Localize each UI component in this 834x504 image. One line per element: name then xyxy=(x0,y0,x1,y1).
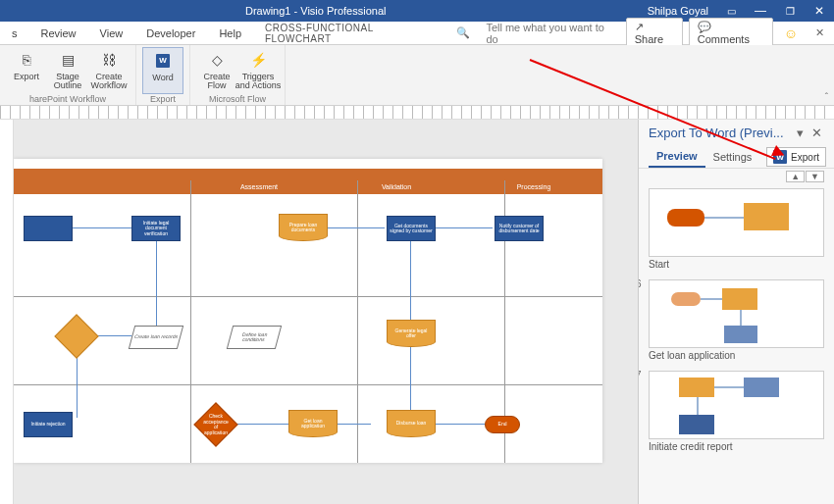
work-area: Assessment Validation Processing xyxy=(0,120,834,504)
process-shape[interactable]: Get documents signed by customer xyxy=(387,216,436,241)
export-to-word-pane: Export To Word (Previ... ▾ ✕ Preview Set… xyxy=(638,120,834,504)
document-shape[interactable]: Generate legal offer xyxy=(387,320,436,347)
lane-separator xyxy=(14,296,602,297)
preview-thumbnail: 6 xyxy=(649,279,824,348)
vertical-ruler xyxy=(0,120,14,504)
pane-close-icon[interactable]: ✕ xyxy=(808,126,826,140)
phase-header: Validation xyxy=(328,180,465,194)
process-shape[interactable] xyxy=(24,216,73,241)
preview-item[interactable]: Start xyxy=(649,188,824,274)
document-shape[interactable]: Get loan application xyxy=(288,410,338,437)
nav-down-icon[interactable]: ▼ xyxy=(806,171,824,182)
swimlane-title xyxy=(14,169,602,180)
group-label: Export xyxy=(142,94,183,105)
share-button[interactable]: ↗ Share xyxy=(626,18,683,48)
window-title: Drawing1 - Visio Professional xyxy=(245,5,386,17)
create-flow-button[interactable]: ◇Create Flow xyxy=(196,47,237,94)
process-shape[interactable]: Initiate rejection xyxy=(24,412,73,437)
preview-number: 6 xyxy=(639,278,642,289)
drawing-canvas[interactable]: Assessment Validation Processing xyxy=(14,120,638,504)
ribbon-tab-developer[interactable]: Developer xyxy=(134,22,207,45)
decision-shape[interactable]: Check acceptance of application xyxy=(193,402,237,446)
group-sharepoint-workflow: ⎘Export ▤Stage Outline ⛓Create Workflow … xyxy=(0,45,136,105)
export-button[interactable]: W Export xyxy=(766,147,826,167)
ribbon-tabs: s Review View Developer Help CROSS-FUNCT… xyxy=(0,22,834,45)
pane-title-text: Export To Word (Previ... xyxy=(649,126,793,140)
create-workflow-button[interactable]: ⛓Create Workflow xyxy=(88,47,130,94)
connector xyxy=(410,343,411,412)
export-button[interactable]: ⎘Export xyxy=(6,47,47,94)
phase-headers: Assessment Validation Processing xyxy=(14,180,602,194)
close-icon[interactable]: ✕ xyxy=(805,4,834,18)
preview-list[interactable]: Start 6 Get loan application 7 xyxy=(639,184,834,504)
document-shape[interactable]: Prepare loan documents xyxy=(279,214,328,241)
word-export-button[interactable]: WWord xyxy=(142,47,183,94)
preview-caption: Start xyxy=(649,257,824,274)
ribbon-tab-help[interactable]: Help xyxy=(207,22,253,45)
triggers-actions-button[interactable]: ⚡Triggers and Actions xyxy=(237,47,279,94)
horizontal-ruler xyxy=(0,106,834,120)
preview-nav: ▲▼ xyxy=(639,169,834,184)
document-shape[interactable]: Disburse loan xyxy=(387,410,436,437)
stage-outline-button[interactable]: ▤Stage Outline xyxy=(47,47,88,94)
preview-caption: Initiate credit report xyxy=(649,439,824,456)
comments-button[interactable]: 💬 Comments xyxy=(689,18,773,48)
ribbon-close-icon[interactable]: ✕ xyxy=(806,26,834,39)
feedback-icon[interactable]: ☺ xyxy=(776,25,806,41)
user-name[interactable]: Shilpa Goyal xyxy=(648,5,708,17)
lane-separator xyxy=(14,384,602,385)
tab-preview[interactable]: Preview xyxy=(649,146,705,168)
ribbon-context-tab[interactable]: CROSS-FUNCTIONAL FLOWCHART xyxy=(253,23,448,44)
restore-icon[interactable]: ❐ xyxy=(775,6,805,17)
phase-header: Processing xyxy=(465,180,602,194)
word-icon: W xyxy=(156,54,170,68)
nav-up-icon[interactable]: ▲ xyxy=(786,171,805,182)
connector xyxy=(326,227,385,228)
process-shape[interactable]: Initiate legal document verification xyxy=(131,216,181,241)
search-icon: 🔍 xyxy=(448,26,478,39)
ribbon-tab[interactable]: s xyxy=(0,22,29,45)
process-shape[interactable]: Notify customer of disbursement date xyxy=(495,216,544,241)
preview-thumbnail: 7 xyxy=(649,371,824,439)
pane-header: Export To Word (Previ... ▾ ✕ xyxy=(639,120,834,142)
connector xyxy=(156,227,157,335)
data-shape[interactable]: Define loan conditions xyxy=(227,326,282,349)
preview-item[interactable]: 7 Initiate credit report xyxy=(649,371,824,456)
preview-caption: Get loan application xyxy=(649,348,824,365)
word-icon: W xyxy=(773,150,787,164)
connector xyxy=(232,424,290,425)
tab-settings[interactable]: Settings xyxy=(705,147,760,167)
terminator-shape[interactable]: End xyxy=(485,416,520,433)
minimize-icon[interactable]: — xyxy=(746,4,775,18)
ribbon-body: ⎘Export ▤Stage Outline ⛓Create Workflow … xyxy=(0,45,834,106)
phase-separator xyxy=(190,180,191,463)
tell-me-input[interactable]: Tell me what you want to do xyxy=(478,22,622,45)
drawing-page[interactable]: Assessment Validation Processing xyxy=(14,159,602,463)
ribbon-display-icon[interactable]: ▭ xyxy=(716,6,746,17)
phase-header xyxy=(14,180,190,194)
phase-header: Assessment xyxy=(190,180,328,194)
data-shape[interactable]: Create loan records xyxy=(129,326,183,349)
preview-number: 7 xyxy=(639,370,642,380)
preview-item[interactable]: 6 Get loan application xyxy=(649,279,824,365)
pane-tabs: Preview Settings W Export xyxy=(639,142,834,169)
pane-menu-icon[interactable]: ▾ xyxy=(793,126,808,140)
collapse-ribbon-icon[interactable]: ˆ xyxy=(825,92,828,103)
group-label: harePoint Workflow xyxy=(6,94,130,105)
ribbon-tab-review[interactable]: Review xyxy=(29,22,88,45)
decision-shape[interactable] xyxy=(54,314,98,358)
phase-separator xyxy=(357,180,358,463)
ribbon-tab-view[interactable]: View xyxy=(88,22,135,45)
connector xyxy=(410,241,411,329)
group-microsoft-flow: ◇Create Flow ⚡Triggers and Actions Micro… xyxy=(190,45,286,105)
connector xyxy=(434,227,493,228)
group-export: WWord Export xyxy=(136,45,190,105)
connector xyxy=(73,227,131,228)
group-label: Microsoft Flow xyxy=(196,94,279,105)
preview-thumbnail xyxy=(649,188,824,257)
